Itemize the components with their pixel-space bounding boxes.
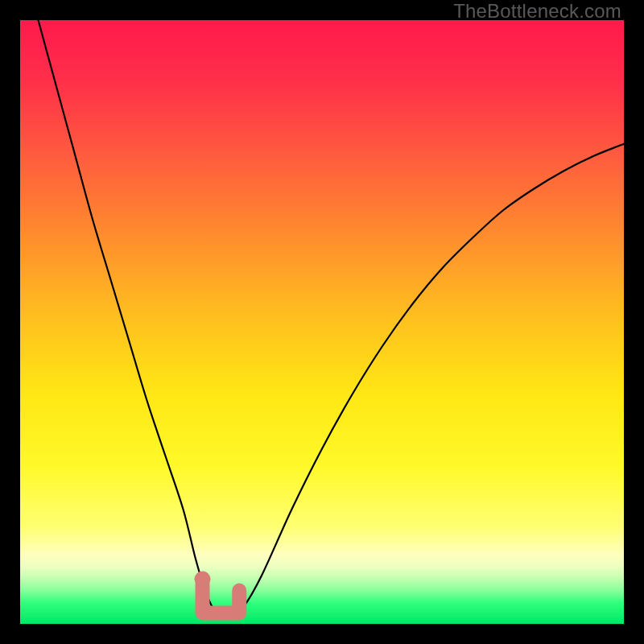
curve-line <box>39 20 625 617</box>
plot-area <box>20 20 624 624</box>
chart-frame: TheBottleneck.com <box>0 0 644 644</box>
optimum-marker <box>203 584 240 613</box>
optimum-marker-dot <box>195 572 211 588</box>
watermark-label: TheBottleneck.com <box>453 0 621 23</box>
bottleneck-curve <box>20 20 624 624</box>
